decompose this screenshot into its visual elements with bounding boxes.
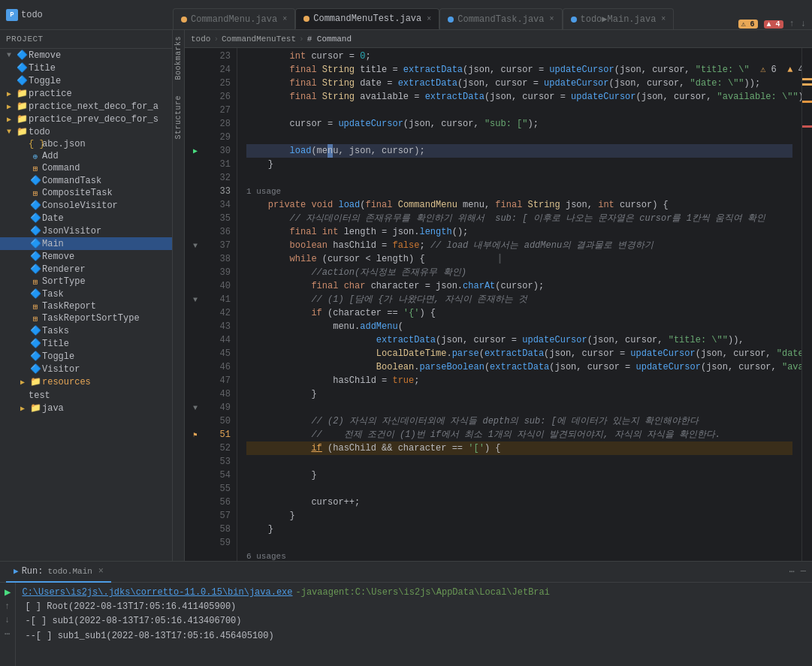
sidebar-item-taskreport[interactable]: ⊞ TaskReport [0,300,172,312]
title-icon: 🔷 [29,338,42,349]
gutter-cell-43 [185,320,206,333]
tab-commandtask[interactable]: CommandTask.java × [439,8,562,29]
tab-main[interactable]: todo▶Main.java × [563,8,675,29]
ln-24: 24 [206,63,231,77]
top-bar-title: todo [21,10,43,20]
sidebar-item-practice-next[interactable]: ▶ 📁 practice_next_deco_for_a [0,100,172,113]
tree-label-java: java [42,403,172,414]
tree-label-practice-next: practice_next_deco_for_a [29,101,172,112]
run-up-btn[interactable]: ↑ [5,601,11,612]
structure-tab[interactable]: Structure [173,89,184,146]
gutter-cell-36 [185,225,206,239]
run-settings-btn[interactable]: ⋯ [5,628,11,640]
code-line-51: if (hasChild && character == '[') { [246,441,792,455]
tree-arrow: ▼ [3,51,15,59]
sidebar-item-toggle[interactable]: 🔷 Toggle [0,350,172,363]
sidebar-item-practice-prev[interactable]: ▶ 📁 practice_prev_deco_for_s [0,113,172,125]
gutter-cell-46 [185,360,206,374]
editor-area: todo › CommandMenuTest › # Command ▶ [185,30,812,561]
sidebar-item-title[interactable]: 🔷 Title [0,337,172,350]
sidebar-item-remove[interactable]: 🔷 Remove [0,250,172,263]
bookmarks-tab[interactable]: Bookmarks [173,30,184,86]
tab-commandmenu[interactable]: CommandMenu.java × [173,8,295,29]
folder-arrow3: ▶ [3,115,15,124]
breadcrumb-method[interactable]: # Command [307,35,352,44]
code-line-35: final int length = json.length(); [246,225,792,239]
class-icon2: 🔷 [15,62,29,74]
code-line-38: //action(자식정보 존재유무 확인) [246,266,792,279]
sidebar-item-jsonvisitor[interactable]: 🔷 JsonVisitor [0,225,172,237]
sidebar-item-add[interactable]: ⊕ Add [0,150,172,162]
tab-commandmenutest[interactable]: CommandMenuTest.java × [295,8,439,29]
more-options-icon[interactable]: ⋯ [789,566,795,577]
run-down-btn[interactable]: ↓ [5,615,11,625]
run-play-btn[interactable]: ▶ [5,586,11,598]
sidebar-item-toggle-top[interactable]: 🔷 Toggle [0,74,172,87]
json-icon: { } [29,139,42,149]
sidebar-item-consolevisitor[interactable]: 🔷 ConsoleVisitor [0,199,172,212]
code-line-32 [246,171,792,185]
code-area[interactable]: int cursor = 0; final String title = ext… [237,48,801,561]
run-tab[interactable]: ▶ Run: todo.Main × [6,562,111,583]
sidebar-item-test[interactable]: test [0,390,172,402]
gutter-cell-53 [185,455,206,469]
tab-close-3[interactable]: × [550,15,554,23]
sidebar-item-remove-top[interactable]: ▼ 🔷 Remove [0,49,172,62]
tree-label-main: Main [42,239,172,249]
sidebar-item-command[interactable]: ⊞ Command [0,162,172,174]
code-line-50: // 전제 조건이 (1)번 if에서 최소 1개의 자식이 발견되어야지, 자… [246,428,792,441]
nav-down[interactable]: ↓ [801,19,806,29]
sidebar-item-practice[interactable]: ▶ 📁 practice [0,87,172,100]
gutter-cell-40 [185,279,206,293]
run-line-1: C:\Users\is2js\.jdks\corretto-11.0.15\bi… [22,586,806,600]
ln-33: 33 [206,185,231,198]
tab-close-4[interactable]: × [661,15,666,23]
sidebar-item-title-top[interactable]: 🔷 Title [0,62,172,74]
ln-36: 36 [206,225,231,239]
tab-close-1[interactable]: × [282,15,287,23]
folder-arrow2: ▶ [3,102,15,111]
breadcrumb-class[interactable]: CommandMenuTest [222,35,296,44]
tree-label-date: Date [42,213,172,224]
resources-icon: 📁 [29,376,42,387]
run-path[interactable]: C:\Users\is2js\.jdks\corretto-11.0.15\bi… [22,586,292,600]
sidebar-item-resources[interactable]: ▶ 📁 resources [0,375,172,388]
gutter-cell-25 [185,77,206,90]
sidebar-item-tasks[interactable]: 🔷 Tasks [0,324,172,337]
sidebar-item-commandtask[interactable]: 🔷 CommandTask [0,174,172,187]
sidebar-item-java[interactable]: ▶ 📁 java [0,402,172,414]
ln-48: 48 [206,387,231,401]
code-line-57: } [246,523,792,536]
nav-up[interactable]: ↑ [789,19,795,29]
sidebar-header: Project [0,30,172,49]
sidebar-item-main[interactable]: 🔷 Main [0,237,172,250]
tree-label-practice-prev: practice_prev_deco_for_s [29,114,172,125]
close-panel-icon[interactable]: — [801,566,806,577]
sidebar-item-renderer[interactable]: 🔷 Renderer [0,263,172,276]
left-panel-icons: Bookmarks Structure [173,30,185,561]
tree-label-toggle: Toggle [42,351,172,362]
renderer-icon: 🔷 [29,264,42,275]
breadcrumb-todo[interactable]: todo [191,35,210,44]
run-bottom: ▶ ↑ ↓ ⋯ C:\Users\is2js\.jdks\corretto-11… [0,583,812,666]
sidebar-item-date[interactable]: 🔷 Date [0,212,172,225]
code-line-52 [246,455,792,469]
sidebar-item-sorttype[interactable]: ⊞ SortType [0,276,172,288]
tree-label-title-top: Title [29,63,172,74]
sidebar-item-abc-json[interactable]: { } abc.json [0,138,172,150]
gutter-cell-39 [185,266,206,279]
ln-44: 44 [206,333,231,347]
sidebar-item-todo-folder[interactable]: ▼ 📁 todo [0,125,172,138]
ln-39: 39 [206,266,231,279]
tab-close-2[interactable]: × [427,15,431,23]
sidebar-item-compositetask[interactable]: ⊞ CompositeTask [0,187,172,199]
run-tab-close[interactable]: × [98,566,104,577]
sidebar-item-task[interactable]: 🔷 Task [0,288,172,300]
code-line-45: Boolean.parseBoolean(extractData(json, c… [246,360,792,374]
sidebar-tree[interactable]: ▼ 🔷 Remove 🔷 Title 🔷 Toggle ▶ 📁 practice [0,49,172,561]
sidebar-item-visitor[interactable]: 🔷 Visitor [0,363,172,375]
taskreport-icon: ⊞ [29,302,42,312]
ln-23: 23 [206,50,231,63]
gutter-cell-42 [185,306,206,320]
sidebar-item-taskreportsorttype[interactable]: ⊞ TaskReportSortType [0,312,172,324]
